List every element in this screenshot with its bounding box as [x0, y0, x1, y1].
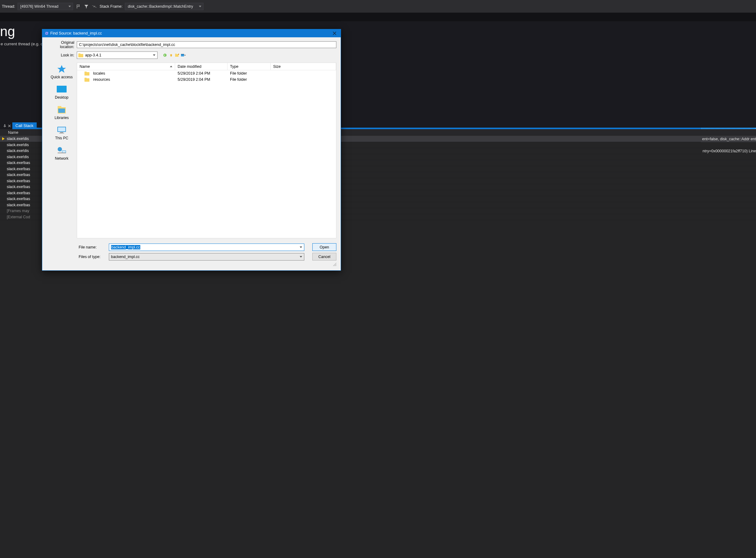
callstack-row-text: [External Cod: [7, 215, 30, 219]
dialog-close-button[interactable]: [328, 29, 341, 37]
pin-icon[interactable]: [3, 124, 6, 128]
file-name: resources: [93, 77, 110, 82]
svg-rect-12: [59, 133, 64, 133]
svg-rect-10: [58, 127, 65, 131]
close-panel-icon[interactable]: [8, 124, 11, 128]
stackframe-label: Stack Frame:: [100, 4, 122, 9]
filename-combo[interactable]: backend_impl.cc: [109, 244, 304, 251]
svg-point-0: [163, 54, 167, 57]
cancel-button-label: Cancel: [319, 255, 330, 259]
callstack-header-name: Name: [7, 130, 18, 135]
folder-icon: [78, 53, 83, 57]
open-button-label: Open: [320, 245, 329, 249]
callstack-tab-label: Call Stack: [16, 123, 33, 128]
place-quickaccess[interactable]: Quick access: [51, 65, 72, 79]
callstack-row-text: slack.exe!bas: [7, 167, 30, 171]
col-size-label: Size: [273, 65, 281, 69]
file-name: locales: [93, 71, 105, 76]
sort-asc-icon: [170, 66, 172, 67]
resize-grip[interactable]: [332, 262, 336, 266]
lookin-label: Look in:: [47, 53, 74, 57]
place-libraries-label: Libraries: [55, 116, 69, 120]
place-thispc-label: This PC: [55, 136, 69, 140]
file-date: 5/29/2019 2:04 PM: [175, 77, 228, 82]
callstack-row-text: slack.exe!bas: [7, 197, 30, 201]
back-icon[interactable]: [162, 53, 168, 58]
file-row[interactable]: locales5/29/2019 2:04 PMFile folder: [77, 70, 336, 76]
callstack-row-text: slack.exe!dis: [7, 155, 29, 159]
filter-icon[interactable]: [83, 4, 89, 9]
open-button[interactable]: Open: [312, 243, 336, 251]
file-list-body: locales5/29/2019 2:04 PMFile folderresou…: [77, 70, 336, 238]
dialog-titlebar[interactable]: ⧉ Find Source: backend_impl.cc: [42, 29, 341, 37]
filetype-label: Files of type:: [79, 255, 106, 259]
debug-toolbar: Thread: [49376] Win64 Thread Stack Frame…: [0, 0, 756, 12]
original-location-label: Original location:: [47, 41, 74, 49]
dialog-title: Find Source: backend_impl.cc: [50, 31, 102, 35]
thread-label: Thread:: [2, 4, 15, 9]
file-type: File folder: [228, 71, 271, 76]
filetype-combo[interactable]: backend_impl.cc: [109, 253, 304, 260]
stackframe-value: disk_cache::BackendImpl::MatchEntry: [128, 4, 193, 9]
callstack-row-text: slack.exe!dis: [7, 143, 29, 147]
current-frame-icon: [2, 137, 5, 140]
lookin-combo[interactable]: app-3.4.1: [77, 51, 157, 59]
original-location-input[interactable]: [77, 41, 336, 48]
svg-rect-2: [175, 54, 177, 55]
callstack-row-text: slack.exe!dis: [7, 149, 29, 153]
svg-point-13: [58, 147, 62, 151]
place-libraries[interactable]: Libraries: [55, 105, 69, 120]
svg-rect-7: [58, 106, 61, 108]
col-date-label: Date modified: [178, 65, 201, 69]
callstack-row-text: slack.exe!dis: [7, 136, 29, 141]
callstack-row-text: slack.exe!bas: [7, 191, 30, 195]
filename-label: File name:: [79, 245, 106, 249]
swap-icon[interactable]: [92, 4, 97, 9]
newfolder-icon[interactable]: [175, 53, 180, 58]
place-network-label: Network: [55, 156, 69, 161]
filetype-value: backend_impl.cc: [111, 255, 140, 259]
place-quickaccess-label: Quick access: [51, 75, 72, 79]
place-network[interactable]: Network: [55, 146, 69, 161]
viewmenu-icon[interactable]: [181, 53, 186, 58]
callstack-row-text: slack.exe!bas: [7, 203, 30, 207]
up-icon[interactable]: [169, 53, 174, 58]
svg-rect-1: [175, 54, 178, 57]
flag-icon[interactable]: [76, 4, 81, 9]
callstack-tab[interactable]: Call Stack: [12, 122, 37, 129]
callstack-row-text: slack.exe!bas: [7, 185, 30, 189]
thread-combo[interactable]: [49376] Win64 Thread: [18, 3, 73, 10]
place-desktop[interactable]: Desktop: [55, 85, 69, 100]
file-date: 5/29/2019 2:04 PM: [175, 71, 228, 76]
folder-icon: [84, 72, 90, 76]
thread-value: [49376] Win64 Thread: [20, 4, 58, 9]
place-thispc[interactable]: This PC: [55, 125, 69, 140]
places-bar: Quick access Desktop Libraries This PC N…: [47, 62, 77, 238]
callstack-row-text: [Frames may: [7, 209, 29, 213]
svg-rect-8: [58, 108, 65, 113]
file-type: File folder: [228, 77, 271, 82]
dialog-nav-icons: [162, 53, 186, 58]
svg-rect-4: [181, 54, 184, 55]
col-name-label: Name: [79, 65, 90, 69]
file-list[interactable]: Name Date modified Type Size locales5/29…: [77, 62, 336, 238]
filename-value: backend_impl.cc: [111, 245, 140, 249]
place-desktop-label: Desktop: [55, 95, 69, 100]
find-source-dialog: ⧉ Find Source: backend_impl.cc Original …: [42, 29, 341, 271]
svg-rect-5: [57, 86, 67, 93]
col-type-label: Type: [230, 65, 238, 69]
svg-rect-11: [60, 132, 63, 133]
svg-rect-15: [62, 151, 66, 153]
cancel-button[interactable]: Cancel: [312, 253, 336, 260]
callstack-row-rfrag-1: ent=false, disk_cache::Addr ent: [701, 136, 756, 142]
callstack-row-text: slack.exe!bas: [7, 161, 30, 165]
stackframe-combo[interactable]: disk_cache::BackendImpl::MatchEntry: [125, 3, 203, 10]
callstack-row-rfrag-2: ntry=0x00000021fa2ff710) Line: [701, 148, 756, 154]
lookin-value: app-3.4.1: [85, 53, 101, 57]
callstack-row-text: slack.exe!bas: [7, 179, 30, 183]
callstack-row-text: slack.exe!bas: [7, 173, 30, 177]
file-row[interactable]: resources5/29/2019 2:04 PMFile folder: [77, 76, 336, 83]
visualstudio-icon: ⧉: [44, 31, 49, 36]
folder-icon: [84, 78, 90, 82]
file-list-header[interactable]: Name Date modified Type Size: [77, 63, 336, 70]
